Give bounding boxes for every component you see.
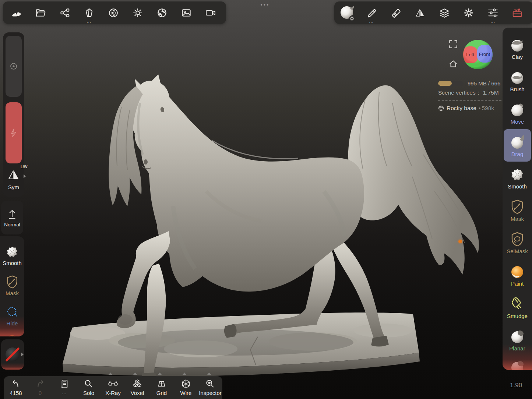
quick-tool-smooth[interactable]: Smooth <box>0 240 24 270</box>
home-icon <box>448 59 458 69</box>
tool-item-partial[interactable] <box>504 356 531 370</box>
tool-item-drag-selected[interactable]: Drag <box>504 129 531 162</box>
partial-sphere-icon <box>509 359 525 370</box>
solo-label: Solo <box>83 390 94 396</box>
undo-count: 4158 <box>10 390 22 396</box>
redo-count: 0 <box>39 390 42 396</box>
move-sphere-icon <box>509 102 525 118</box>
brush-radius-slider[interactable] <box>6 36 22 97</box>
quick-tool-label: Hide <box>7 320 18 326</box>
symmetry-toggle[interactable]: L/W Sym <box>3 169 24 190</box>
nav-front-label: Front <box>479 52 490 57</box>
toolbox-icon[interactable] <box>505 1 529 24</box>
tool-label: SelMask <box>507 248 528 254</box>
wireframe-icon <box>180 379 191 389</box>
tool-label: Mask <box>511 216 524 222</box>
symmetry-axis-hint: L/W <box>21 165 27 169</box>
window-handle-dots[interactable]: ••• <box>243 1 287 8</box>
background-image-icon[interactable] <box>174 1 198 24</box>
paint-brush-icon[interactable] <box>384 1 408 24</box>
home-view-button[interactable] <box>448 59 458 70</box>
intensity-bolt-icon <box>8 127 19 138</box>
xray-toggle[interactable]: X-Ray <box>101 376 125 399</box>
lighting-sun-icon[interactable] <box>126 1 150 24</box>
symmetry-mirror-icon[interactable] <box>408 1 432 24</box>
no-material-expand-caret[interactable] <box>21 353 24 356</box>
horse-tail <box>348 85 479 275</box>
voxel-label: Voxel <box>131 390 144 396</box>
mesh-primitive-icon[interactable]: … <box>77 1 101 24</box>
inspector-button[interactable]: Inspector <box>198 376 222 399</box>
paint-sphere-icon <box>509 264 525 280</box>
inspector-eye-icon <box>205 379 216 389</box>
tool-item-clay[interactable]: Clay <box>504 32 531 64</box>
voxel-cubes-icon <box>132 379 143 389</box>
grid-icon <box>156 379 167 389</box>
postprocess-aperture-icon[interactable] <box>150 1 174 24</box>
no-material-button[interactable] <box>1 339 24 370</box>
mask-shield-icon <box>509 199 525 215</box>
tool-label: Paint <box>511 280 524 287</box>
tool-item-brush[interactable]: Brush <box>504 64 531 97</box>
redo-button[interactable]: 0 <box>28 376 52 399</box>
quick-tool-gizmo-partial[interactable] <box>0 331 24 336</box>
radius-icon <box>9 61 18 71</box>
info-divider <box>438 100 501 101</box>
stroke-pencil-icon[interactable]: … <box>359 1 384 24</box>
xray-expand-caret[interactable] <box>109 372 112 375</box>
wire-expand-caret[interactable] <box>183 372 186 375</box>
topology-sphere-icon[interactable] <box>101 1 126 24</box>
active-material-sphere-icon[interactable] <box>335 1 359 24</box>
tool-label: Smudge <box>507 313 528 319</box>
tool-item-selmask[interactable]: SelMask <box>504 226 531 259</box>
gizmo-icon <box>5 331 20 336</box>
undo-button[interactable]: 4158 <box>4 376 28 399</box>
scene-object-row[interactable]: Rocky base • 598k <box>438 105 502 112</box>
stroke-normal-button[interactable]: Normal <box>1 201 23 234</box>
quick-tool-mask[interactable]: Mask <box>0 270 24 300</box>
brush-intensity-slider[interactable] <box>6 102 22 163</box>
top-left-toolbar: … <box>3 1 226 24</box>
fullscreen-button[interactable] <box>448 39 458 50</box>
tool-item-mask[interactable]: Mask <box>504 194 531 226</box>
memory-usage-bar <box>438 81 463 86</box>
grid-toggle[interactable]: Grid <box>149 376 174 399</box>
object-vertex-count: 598k <box>482 105 494 112</box>
scene-vertices-label: Scene vertices： <box>438 89 481 96</box>
brush-slider-card: L/W Sym <box>3 32 24 197</box>
left-quick-tools: Smooth Mask Hide <box>0 236 24 336</box>
selmask-shield-icon <box>509 231 525 247</box>
symmetry-expand-caret[interactable] <box>24 174 26 178</box>
scene-graph-icon[interactable] <box>53 1 77 24</box>
tool-item-paint[interactable]: Paint <box>504 259 531 291</box>
settings-gear-icon[interactable] <box>457 1 481 24</box>
tool-label: Smooth <box>508 183 527 190</box>
quick-tool-hide[interactable]: Hide <box>0 300 24 331</box>
tool-item-planar[interactable]: Planar <box>504 324 531 356</box>
app-logo-icon[interactable] <box>4 1 28 24</box>
adjust-sliders-icon[interactable]: … <box>481 1 505 24</box>
redo-icon <box>35 379 46 389</box>
tool-item-smudge[interactable]: Smudge <box>504 291 531 324</box>
wire-toggle[interactable]: Wire <box>174 376 198 399</box>
planar-sphere-icon <box>509 328 525 345</box>
voxel-button[interactable]: Voxel <box>125 376 149 399</box>
solo-toggle[interactable]: Solo <box>77 376 101 399</box>
layers-stack-icon[interactable] <box>432 1 457 24</box>
grid-expand-caret[interactable] <box>158 372 162 375</box>
history-notebook-button[interactable]: … <box>52 376 77 399</box>
scene-vertices-value: 1.75M <box>483 89 498 96</box>
memory-usage-fill <box>438 81 452 86</box>
smudge-finger-icon <box>509 296 525 312</box>
camera-icon[interactable] <box>198 1 223 24</box>
files-folder-icon[interactable] <box>28 1 53 24</box>
horse-nostril <box>144 159 148 165</box>
tool-item-smooth[interactable]: Smooth <box>504 162 531 194</box>
tool-label: Clay <box>512 54 523 60</box>
voxel-expand-caret[interactable] <box>133 372 137 375</box>
nav-left-label: Left <box>466 52 474 57</box>
nomat-scroll-hint-gradient <box>1 363 24 370</box>
nav-orientation-sphere[interactable]: Left Front <box>462 39 493 71</box>
inspector-expand-caret[interactable] <box>207 372 211 375</box>
tool-item-move[interactable]: Move <box>504 97 531 129</box>
